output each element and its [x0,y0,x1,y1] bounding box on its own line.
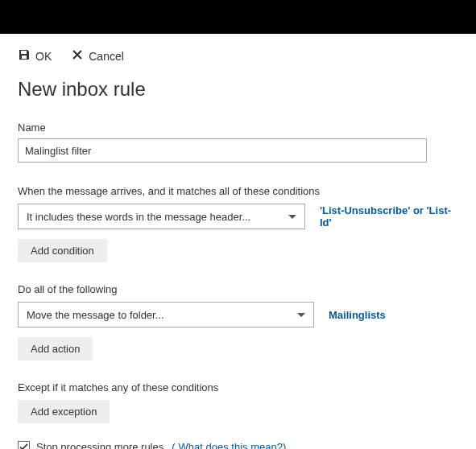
actions-row: Move the message to folder... Mailinglis… [18,302,458,327]
save-icon [18,48,31,64]
conditions-section-label: When the message arrives, and it matches… [18,185,458,197]
add-exception-button[interactable]: Add exception [18,400,110,423]
cancel-label: Cancel [89,50,124,63]
exceptions-section-label: Except if it matches any of these condit… [18,381,458,393]
what-does-this-mean-link[interactable]: What does this mean? [179,441,283,449]
actions-value-link[interactable]: Mailinglists [329,309,386,321]
actions-section-label: Do all of the following [18,283,458,295]
actions-dropdown-value: Move the message to folder... [27,309,164,321]
caret-down-icon [297,313,305,317]
add-condition-button[interactable]: Add condition [18,239,107,262]
name-label: Name [18,122,458,134]
check-icon [19,443,28,449]
close-icon [71,48,84,64]
add-action-button[interactable]: Add action [18,337,93,360]
conditions-row: It includes these words in the message h… [18,204,458,229]
stop-processing-help: (What does this mean?) [170,441,286,449]
name-input[interactable] [18,138,427,163]
cancel-button[interactable]: Cancel [71,48,124,64]
conditions-dropdown-value: It includes these words in the message h… [27,211,250,223]
conditions-dropdown[interactable]: It includes these words in the message h… [18,204,305,229]
content-area: OK Cancel New inbox rule Name When the m… [0,34,476,449]
window-header-bar [0,0,476,34]
page-title: New inbox rule [18,78,458,101]
stop-processing-label: Stop processing more rules [36,441,163,449]
ok-button[interactable]: OK [18,48,52,64]
ok-label: OK [35,50,52,63]
toolbar: OK Cancel [18,48,458,64]
caret-down-icon [288,215,296,219]
conditions-value-link[interactable]: 'List-Unsubscribe' or 'List-Id' [320,204,458,229]
stop-processing-checkbox[interactable] [18,441,30,449]
actions-dropdown[interactable]: Move the message to folder... [18,302,314,327]
stop-processing-row: Stop processing more rules (What does th… [18,441,458,449]
